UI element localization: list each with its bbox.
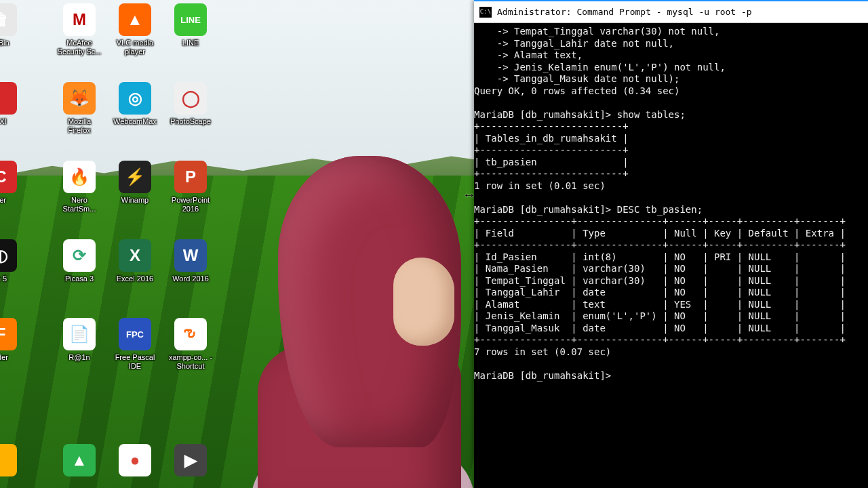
desktop-icon-label: Free Pascal IDE — [111, 353, 159, 371]
desktop-icon-label: Nero StartSm... — [56, 196, 103, 214]
app-icon: ⟳ — [63, 239, 96, 272]
app-icon: P — [174, 161, 207, 193]
app-icon: M — [63, 3, 96, 36]
desktop-icon[interactable]: ▲ — [56, 444, 103, 488]
app-icon: ◐ — [0, 239, 17, 272]
app-icon: ▶ — [174, 444, 207, 476]
desktop-icon-label: VLC media player — [111, 39, 159, 56]
resize-horizontal-cursor-icon: ↔ — [462, 187, 476, 203]
desktop-icon-label: R@1n — [68, 353, 90, 362]
desktop-icon-label: Word 2016 — [172, 274, 209, 283]
desktop-icon-grid: 🗑e BinMMcAfee Security Sc...▲VLC media p… — [0, 3, 197, 394]
desktop-icon[interactable]: 🗑e Bin — [0, 3, 47, 79]
desktop-icon-label: xampp-co... - Shortcut — [167, 353, 214, 371]
app-icon: X — [119, 239, 151, 272]
desktop-icon-label: Mozilla Firefox — [56, 117, 103, 135]
app-icon: ◎ — [119, 82, 151, 115]
desktop-icon-grid-bottom: ▲●▶ — [0, 444, 197, 488]
desktop-icon-label: PowerPoint 2016 — [167, 196, 214, 214]
app-icon: F — [0, 318, 17, 350]
desktop-icon[interactable]: ● — [111, 444, 159, 488]
command-prompt-window[interactable]: C:\ Administrator: Command Prompt - mysq… — [474, 0, 868, 488]
desktop-icon[interactable]: r XI — [0, 82, 47, 158]
desktop-icon-label: e Bin — [0, 39, 9, 47]
wallpaper-person — [251, 156, 468, 488]
app-icon: ▲ — [63, 444, 96, 476]
app-icon: ▲ — [119, 3, 151, 36]
desktop-icon-label: r XI — [0, 117, 7, 126]
desktop-icon-label: PhotoScape — [170, 117, 211, 126]
desktop-icon[interactable]: ◐m 5 — [0, 239, 47, 315]
desktop-icon[interactable]: ⚡Winamp — [111, 161, 159, 237]
desktop-icon-label: ner — [0, 196, 6, 205]
desktop-icon[interactable]: PPowerPoint 2016 — [167, 161, 214, 237]
app-icon — [0, 444, 17, 476]
terminal-output[interactable]: -> Tempat_Tinggal varchar(30) not null, … — [474, 23, 868, 384]
desktop-icon-label: Picasa 3 — [65, 274, 94, 283]
app-icon: 🗑 — [0, 3, 17, 36]
desktop-icon-label: Excel 2016 — [117, 274, 153, 283]
app-icon: FPC — [119, 318, 151, 350]
desktop-icon[interactable]: ▶ — [167, 444, 214, 488]
app-icon: ◯ — [174, 82, 207, 115]
app-icon: W — [174, 239, 207, 272]
command-prompt-icon: C:\ — [479, 7, 492, 18]
app-icon: ఌ — [174, 318, 207, 350]
desktop-icon[interactable]: ◯PhotoScape — [167, 82, 214, 158]
app-icon: ● — [119, 444, 151, 476]
app-icon: LINE — [174, 3, 207, 36]
desktop-icon[interactable]: 🔥Nero StartSm... — [56, 161, 103, 237]
desktop-icon-label: LINE — [182, 39, 199, 47]
desktop-icon-label: McAfee Security Sc... — [56, 39, 103, 56]
desktop-icon[interactable]: MMcAfee Security Sc... — [56, 3, 103, 79]
app-icon: ⚡ — [119, 161, 151, 193]
app-icon: 📄 — [63, 318, 96, 350]
window-title: Administrator: Command Prompt - mysql -u… — [497, 6, 752, 18]
desktop-icon-label: ader — [0, 353, 8, 362]
command-prompt-titlebar[interactable]: C:\ Administrator: Command Prompt - mysq… — [474, 1, 868, 23]
desktop-icon-label: m 5 — [0, 274, 7, 283]
desktop-icon[interactable] — [0, 444, 47, 488]
desktop-icon[interactable]: Cner — [0, 161, 47, 237]
desktop-icon-label: Winamp — [121, 196, 149, 205]
app-icon: 🦊 — [63, 82, 96, 115]
desktop-icon[interactable]: 🦊Mozilla Firefox — [56, 82, 103, 158]
desktop-icon[interactable]: 📄R@1n — [56, 318, 103, 394]
desktop-icon[interactable]: WWord 2016 — [167, 239, 214, 315]
app-icon — [0, 82, 17, 115]
desktop-icon[interactable]: XExcel 2016 — [111, 239, 159, 315]
app-icon: 🔥 — [63, 161, 96, 193]
desktop-icon[interactable]: ▲VLC media player — [111, 3, 159, 79]
desktop-icon[interactable]: LINELINE — [167, 3, 214, 79]
desktop-icon-label: WebcamMax — [113, 117, 157, 126]
desktop-icon[interactable]: ◎WebcamMax — [111, 82, 159, 158]
app-icon: C — [0, 161, 17, 193]
desktop-icon[interactable]: ఌxampp-co... - Shortcut — [167, 318, 214, 394]
desktop-icon[interactable]: Fader — [0, 318, 47, 394]
desktop-icon[interactable]: ⟳Picasa 3 — [56, 239, 103, 315]
desktop-icon[interactable]: FPCFree Pascal IDE — [111, 318, 159, 394]
